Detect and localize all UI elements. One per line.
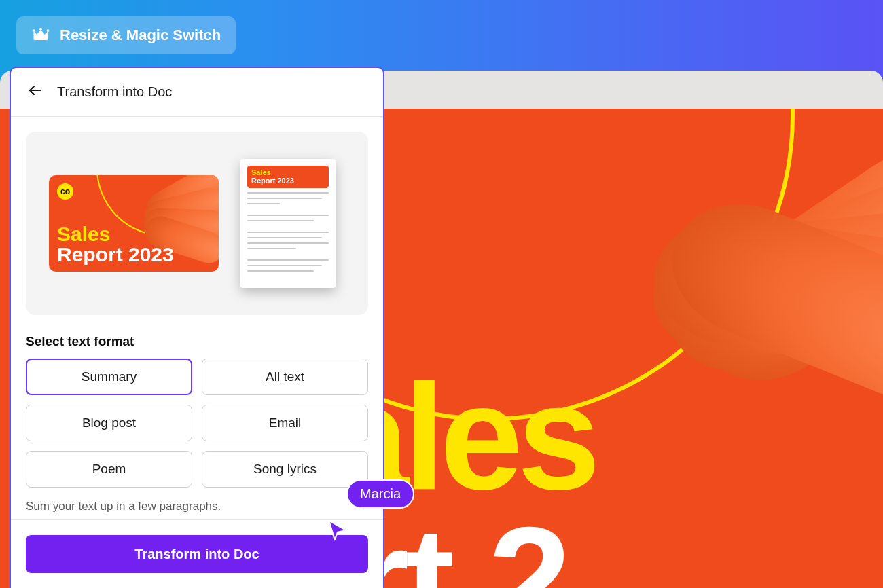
resize-magic-switch-label: Resize & Magic Switch xyxy=(60,26,221,44)
transform-into-doc-button[interactable]: Transform into Doc xyxy=(26,535,368,573)
format-option-blog-post[interactable]: Blog post xyxy=(26,405,192,441)
panel-header: Transform into Doc xyxy=(11,68,383,117)
preview-source-slide: co Sales Report 2023 xyxy=(49,175,219,272)
format-helper-text: Sum your text up in a few paragraphs. xyxy=(26,500,368,513)
back-button[interactable] xyxy=(26,83,45,102)
format-options: Summary All text Blog post Email Poem So… xyxy=(26,359,368,488)
format-option-email[interactable]: Email xyxy=(202,405,368,441)
format-option-label: Blog post xyxy=(82,416,136,430)
preview-card: co Sales Report 2023 Sales Report 2023 xyxy=(26,132,368,315)
svg-point-0 xyxy=(33,29,35,32)
format-option-all-text[interactable]: All text xyxy=(202,359,368,395)
crown-icon xyxy=(31,26,50,45)
transform-doc-panel: Transform into Doc co Sales Report 2023 … xyxy=(10,67,384,588)
preview-doc-line1: Sales xyxy=(251,169,325,177)
format-option-label: Summary xyxy=(82,369,137,384)
format-option-label: Poem xyxy=(92,462,126,477)
resize-magic-switch-button[interactable]: Resize & Magic Switch xyxy=(16,16,236,54)
svg-point-1 xyxy=(39,28,42,31)
format-option-label: Email xyxy=(269,416,302,430)
format-option-summary[interactable]: Summary xyxy=(26,359,192,395)
preview-doc-line2: Report 2023 xyxy=(251,177,325,185)
preview-result-doc: Sales Report 2023 xyxy=(240,159,336,288)
format-option-poem[interactable]: Poem xyxy=(26,451,192,488)
format-option-song-lyrics[interactable]: Song lyrics xyxy=(202,451,368,488)
panel-title: Transform into Doc xyxy=(57,84,172,100)
arrow-left-icon xyxy=(27,82,43,102)
svg-point-2 xyxy=(47,29,50,32)
format-option-label: Song lyrics xyxy=(253,462,317,477)
preview-slide-line2: Report 2023 xyxy=(57,244,174,265)
select-format-label: Select text format xyxy=(26,334,368,349)
format-option-label: All text xyxy=(266,369,304,384)
slide-logo-badge: co xyxy=(57,183,73,200)
slide-fan-graphic xyxy=(598,109,883,435)
preview-slide-line1: Sales xyxy=(57,224,110,244)
cta-label: Transform into Doc xyxy=(134,547,259,562)
